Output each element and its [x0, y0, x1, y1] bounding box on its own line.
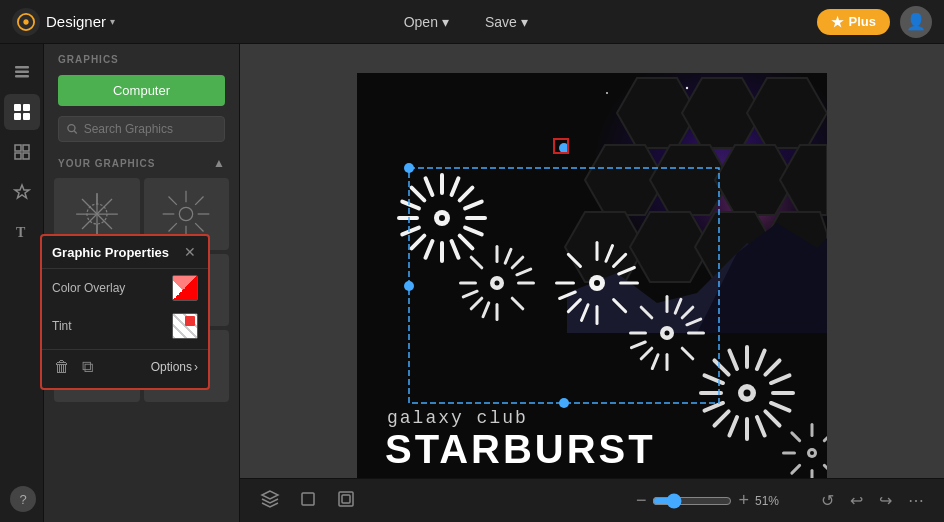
svg-rect-5: [23, 104, 30, 111]
design-canvas[interactable]: galaxy club STARBURST: [357, 73, 827, 493]
frame-icon[interactable]: [332, 485, 360, 517]
svg-rect-83: [517, 282, 535, 285]
zoom-slider[interactable]: [652, 493, 732, 509]
bottom-bar: − + 51% ↺ ↩ ↪ ⋯: [240, 478, 944, 522]
topbar-right: ★ Plus 👤: [817, 6, 932, 38]
svg-rect-96: [555, 282, 575, 285]
duplicate-button[interactable]: ⧉: [80, 356, 95, 378]
svg-rect-65: [465, 216, 487, 220]
svg-point-155: [404, 281, 414, 291]
svg-line-14: [74, 131, 77, 134]
undo-icon[interactable]: ↩: [846, 487, 867, 514]
sidebar-item-text[interactable]: T: [4, 214, 40, 250]
zoom-in-button[interactable]: +: [738, 490, 749, 511]
svg-rect-95: [596, 305, 599, 325]
svg-rect-80: [496, 245, 499, 263]
svg-rect-108: [666, 295, 669, 313]
canvas-area: galaxy club STARBURST: [240, 44, 944, 522]
avatar[interactable]: 👤: [900, 6, 932, 38]
collapse-icon[interactable]: ▲: [213, 156, 225, 170]
crop-icon[interactable]: [294, 485, 322, 517]
graphics-section-label: GRAPHICS: [44, 44, 239, 71]
svg-rect-6: [14, 113, 21, 120]
tint-label: Tint: [52, 319, 72, 333]
topbar: Designer ▾ Open ▾ Save ▾ ★ Plus 👤: [0, 0, 944, 44]
svg-rect-8: [15, 145, 21, 151]
bottom-right-icons: ↺ ↩ ↪ ⋯: [817, 487, 928, 514]
open-button[interactable]: Open ▾: [396, 10, 457, 34]
computer-button[interactable]: Computer: [58, 75, 225, 106]
svg-line-27: [169, 197, 177, 205]
search-bar: [58, 116, 225, 142]
app-logo: [12, 8, 40, 36]
svg-rect-159: [339, 492, 353, 506]
svg-text:galaxy club: galaxy club: [387, 408, 528, 428]
svg-point-156: [559, 398, 569, 408]
svg-point-121: [665, 331, 670, 336]
zoom-out-button[interactable]: −: [636, 490, 647, 511]
svg-rect-110: [629, 332, 647, 335]
svg-line-28: [195, 223, 203, 231]
plus-button[interactable]: ★ Plus: [817, 9, 890, 35]
rotate-left-icon[interactable]: ↺: [817, 487, 838, 514]
svg-rect-125: [771, 391, 795, 395]
more-icon[interactable]: ⋯: [904, 487, 928, 514]
svg-point-93: [495, 281, 500, 286]
svg-point-153: [404, 163, 414, 173]
redo-icon[interactable]: ↪: [875, 487, 896, 514]
popup-close-button[interactable]: ✕: [182, 244, 198, 260]
color-overlay-swatch[interactable]: [172, 275, 198, 301]
main-area: T ? GRAPHICS Computer YOUR GRAPHICS ▲: [0, 44, 944, 522]
sidebar-item-layers[interactable]: [4, 54, 40, 90]
tint-swatch[interactable]: [172, 313, 198, 339]
svg-rect-158: [302, 493, 314, 505]
svg-rect-142: [782, 452, 796, 455]
svg-rect-111: [687, 332, 705, 335]
svg-rect-122: [745, 345, 749, 369]
search-icon: [67, 123, 78, 135]
sidebar-item-graphics[interactable]: [4, 94, 40, 130]
layers-icon[interactable]: [256, 485, 284, 517]
your-graphics-label: YOUR GRAPHICS: [58, 158, 155, 169]
left-panel: GRAPHICS Computer YOUR GRAPHICS ▲: [44, 44, 240, 522]
svg-rect-123: [745, 417, 749, 441]
popup-title: Graphic Properties: [52, 245, 169, 260]
svg-rect-62: [440, 173, 444, 195]
svg-rect-11: [23, 153, 29, 159]
svg-rect-64: [397, 216, 419, 220]
svg-point-41: [686, 87, 688, 89]
svg-rect-140: [811, 423, 814, 437]
svg-rect-82: [459, 282, 477, 285]
search-input[interactable]: [84, 122, 216, 136]
zoom-controls: − + 51%: [636, 490, 791, 511]
svg-rect-2: [15, 71, 29, 74]
svg-rect-97: [619, 282, 639, 285]
svg-point-39: [606, 92, 608, 94]
svg-rect-94: [596, 241, 599, 261]
svg-rect-3: [15, 75, 29, 78]
popup-header: Graphic Properties ✕: [42, 236, 208, 269]
svg-line-29: [195, 197, 203, 205]
tint-row: Tint: [42, 307, 208, 345]
svg-rect-160: [342, 495, 350, 503]
svg-rect-1: [15, 66, 29, 69]
color-overlay-label: Color Overlay: [52, 281, 125, 295]
svg-point-107: [594, 280, 600, 286]
svg-rect-109: [666, 353, 669, 371]
color-overlay-row: Color Overlay: [42, 269, 208, 307]
svg-rect-10: [15, 153, 21, 159]
options-button[interactable]: Options ›: [151, 360, 198, 374]
delete-button[interactable]: 🗑: [52, 356, 72, 378]
sidebar-item-favorites[interactable]: [4, 174, 40, 210]
svg-text:STARBURST: STARBURST: [385, 427, 656, 471]
save-button[interactable]: Save ▾: [477, 10, 536, 34]
svg-rect-81: [496, 303, 499, 321]
svg-point-149: [810, 451, 814, 455]
svg-point-22: [180, 207, 193, 220]
help-button[interactable]: ?: [10, 486, 36, 512]
popup-footer: 🗑 ⧉ Options ›: [42, 349, 208, 384]
app-name[interactable]: Designer ▾: [46, 13, 115, 30]
svg-rect-4: [14, 104, 21, 111]
sidebar-item-grid[interactable]: [4, 134, 40, 170]
canvas-content: galaxy club STARBURST: [357, 73, 827, 493]
